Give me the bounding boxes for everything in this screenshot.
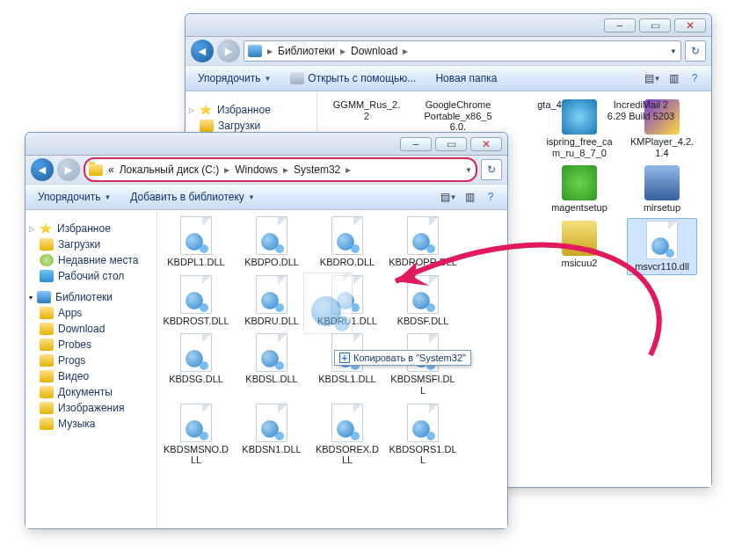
titlebar[interactable]: – ▭ ✕ bbox=[186, 14, 711, 37]
refresh-button[interactable]: ↻ bbox=[481, 159, 502, 180]
breadcrumb[interactable]: Локальный диск (C:) bbox=[120, 164, 220, 176]
close-button[interactable]: ✕ bbox=[674, 18, 706, 33]
minimize-button[interactable]: – bbox=[604, 18, 636, 33]
organize-menu[interactable]: Упорядочить ▼ bbox=[33, 189, 116, 205]
refresh-button[interactable]: ↻ bbox=[685, 40, 706, 62]
view-options-icon[interactable]: ▤ ▼ bbox=[643, 69, 662, 87]
file-item[interactable]: KBDSN1.DLL bbox=[236, 401, 307, 469]
star-icon bbox=[39, 222, 53, 235]
organize-menu[interactable]: Упорядочить ▼ bbox=[193, 70, 276, 86]
app-item[interactable]: IncrediMail 2 6.29 Build 5203 bbox=[606, 97, 676, 135]
app-icon bbox=[562, 165, 597, 200]
breadcrumb-sep: ▸ bbox=[224, 164, 229, 176]
folder-icon bbox=[200, 120, 214, 132]
file-item[interactable]: KBDRO.DLL bbox=[312, 214, 382, 271]
file-item[interactable]: KBDROPR.DLL bbox=[388, 214, 458, 271]
star-icon bbox=[199, 104, 213, 116]
file-item[interactable]: KBDSOREX.DLL bbox=[312, 401, 382, 469]
open-with-menu[interactable]: Открыть с помощью... bbox=[285, 70, 421, 86]
sidebar-item[interactable]: Progs bbox=[25, 353, 156, 368]
dll-icon bbox=[303, 273, 353, 334]
sidebar-favorites-head[interactable]: ▷Избранное bbox=[186, 102, 316, 118]
app-item[interactable]: msicuu2 bbox=[544, 218, 615, 275]
sidebar-item[interactable]: Download bbox=[25, 321, 156, 337]
plus-icon: + bbox=[339, 353, 350, 363]
file-item[interactable]: KBDROST.DLL bbox=[161, 273, 231, 330]
toolbar: Упорядочить ▼ Открыть с помощью... Новая… bbox=[186, 65, 711, 91]
file-label: KBDPL1.DLL bbox=[167, 257, 224, 268]
dll-icon bbox=[180, 333, 212, 372]
file-item-selected[interactable]: msvcr110.dll bbox=[627, 218, 697, 275]
minimize-button[interactable]: – bbox=[400, 137, 432, 151]
sidebar-item-downloads[interactable]: Загрузки bbox=[25, 236, 156, 252]
file-label: KBDPO.DLL bbox=[244, 257, 299, 268]
dll-icon bbox=[331, 216, 363, 255]
forward-button[interactable]: ► bbox=[57, 158, 80, 181]
sidebar-item[interactable]: Apps bbox=[25, 305, 156, 321]
app-item[interactable]: gta_4 bbox=[514, 97, 585, 135]
dll-icon bbox=[256, 404, 287, 442]
add-to-library-menu[interactable]: Добавить в библиотеку ▼ bbox=[125, 189, 259, 205]
history-dropdown-icon[interactable]: ▼ bbox=[465, 166, 472, 174]
help-icon[interactable]: ? bbox=[685, 69, 704, 87]
file-label: KBDRO.DLL bbox=[320, 257, 375, 268]
breadcrumb[interactable]: Библиотеки bbox=[278, 45, 335, 57]
folder-icon bbox=[40, 323, 54, 335]
app-item[interactable]: GGMM_Rus_2.2 bbox=[331, 97, 402, 135]
file-label: KBDSN1.DLL bbox=[242, 444, 301, 455]
sidebar-item-recent[interactable]: Недавние места bbox=[25, 252, 156, 268]
new-folder-button[interactable]: Новая папка bbox=[430, 70, 502, 86]
preview-pane-icon[interactable]: ▥ bbox=[664, 69, 683, 87]
sidebar-item[interactable]: Видео bbox=[25, 368, 156, 384]
titlebar[interactable]: – ▭ ✕ bbox=[25, 133, 507, 156]
sidebar-favorites-head[interactable]: ▷Избранное bbox=[25, 221, 156, 236]
help-icon[interactable]: ? bbox=[481, 188, 500, 206]
file-item[interactable]: KBDSF.DLL bbox=[388, 273, 458, 330]
maximize-button[interactable]: ▭ bbox=[435, 137, 467, 151]
file-item[interactable]: KBDSORS1.DLL bbox=[388, 401, 458, 469]
sidebar-item[interactable]: Изображения bbox=[25, 400, 156, 416]
clock-icon bbox=[40, 254, 54, 266]
breadcrumb[interactable]: System32 bbox=[294, 164, 340, 176]
folder-icon bbox=[40, 370, 54, 382]
library-icon bbox=[248, 45, 262, 57]
dll-icon bbox=[256, 275, 287, 314]
sidebar-item[interactable]: Документы bbox=[25, 384, 156, 400]
breadcrumb[interactable]: Download bbox=[351, 45, 397, 57]
view-options-icon[interactable]: ▤ ▼ bbox=[439, 188, 458, 206]
forward-button[interactable]: ► bbox=[217, 40, 240, 62]
file-item[interactable]: KBDPL1.DLL bbox=[161, 214, 231, 271]
sidebar-item-desktop[interactable]: Рабочий стол bbox=[25, 268, 156, 284]
address-bar[interactable]: ▸ Библиотеки ▸ Download ▸ ▼ bbox=[244, 40, 681, 62]
preview-pane-icon[interactable]: ▥ bbox=[460, 188, 479, 206]
close-button[interactable]: ✕ bbox=[470, 137, 502, 151]
dll-icon bbox=[256, 216, 287, 255]
file-label: KBDSF.DLL bbox=[397, 316, 449, 327]
app-item[interactable]: magentsetup bbox=[544, 163, 615, 216]
folder-icon bbox=[40, 418, 54, 430]
dll-icon bbox=[256, 333, 287, 372]
file-item[interactable]: KBDPO.DLL bbox=[236, 214, 307, 271]
app-item[interactable]: GoogleChromePortable_x86_56.0. bbox=[423, 97, 493, 135]
app-icon bbox=[644, 165, 680, 200]
sidebar-libraries-head[interactable]: ▾Библиотеки bbox=[25, 289, 156, 305]
address-bar-highlighted[interactable]: « Локальный диск (C:) ▸ Windows ▸ System… bbox=[84, 157, 477, 182]
app-icon bbox=[562, 221, 597, 256]
file-item[interactable]: KBDSMSNO.DLL bbox=[161, 401, 231, 469]
file-pane[interactable]: KBDPL1.DLLKBDPO.DLLKBDRO.DLLKBDROPR.DLLK… bbox=[157, 210, 507, 528]
explorer-window-system32[interactable]: – ▭ ✕ ◄ ► « Локальный диск (C:) ▸ Window… bbox=[25, 132, 508, 529]
disc-icon bbox=[290, 72, 304, 84]
back-button[interactable]: ◄ bbox=[31, 158, 54, 181]
sidebar-item[interactable]: Музыка bbox=[25, 416, 156, 432]
file-item[interactable]: KBDSG.DLL bbox=[161, 331, 231, 398]
history-dropdown-icon[interactable]: ▼ bbox=[670, 47, 677, 55]
folder-icon bbox=[40, 307, 54, 319]
breadcrumb[interactable]: Windows bbox=[235, 164, 278, 176]
breadcrumb-sep: ▸ bbox=[340, 45, 346, 57]
breadcrumb-sep: ▸ bbox=[346, 164, 351, 176]
sidebar-item[interactable]: Probes bbox=[25, 337, 156, 353]
maximize-button[interactable]: ▭ bbox=[639, 18, 671, 33]
back-button[interactable]: ◄ bbox=[191, 40, 214, 62]
dll-icon bbox=[407, 275, 439, 314]
app-item[interactable]: mirsetup bbox=[627, 163, 697, 216]
